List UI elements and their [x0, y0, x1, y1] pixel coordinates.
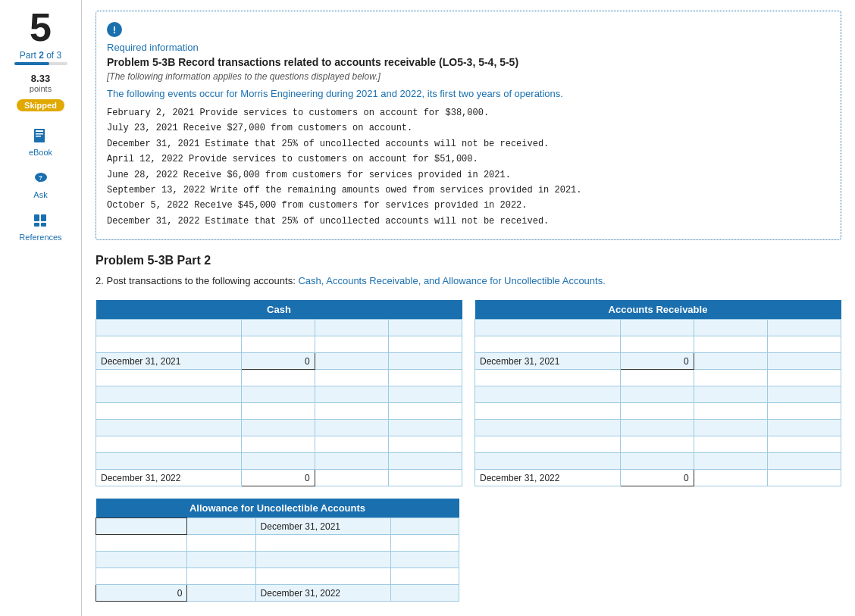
input-cell[interactable]: [694, 370, 767, 386]
input-cell[interactable]: [767, 386, 841, 403]
input-cell[interactable]: [767, 436, 841, 453]
input-cell[interactable]: [620, 320, 694, 336]
info-icon: !: [107, 22, 122, 37]
input-cell[interactable]: [620, 436, 694, 453]
input-cell[interactable]: [241, 370, 315, 386]
input-cell[interactable]: [390, 568, 459, 585]
input-cell[interactable]: [255, 568, 390, 585]
input-cell[interactable]: [96, 436, 242, 453]
input-cell[interactable]: [388, 336, 462, 353]
input-cell[interactable]: [96, 386, 242, 403]
input-cell[interactable]: [388, 436, 462, 453]
input-cell[interactable]: [315, 436, 388, 453]
input-cell[interactable]: [388, 403, 462, 420]
input-cell[interactable]: [241, 320, 315, 336]
input-cell[interactable]: [241, 336, 315, 353]
input-cell[interactable]: [767, 336, 841, 353]
balance-cell[interactable]: 0: [241, 353, 315, 370]
input-cell[interactable]: [241, 403, 315, 420]
input-cell[interactable]: [96, 552, 187, 568]
input-cell[interactable]: [620, 370, 694, 386]
input-cell[interactable]: [620, 403, 694, 420]
input-cell[interactable]: [315, 386, 388, 403]
input-cell[interactable]: [475, 386, 621, 403]
input-cell[interactable]: [767, 420, 841, 436]
balance-left-cell[interactable]: [96, 518, 187, 535]
input-cell[interactable]: [767, 320, 841, 336]
ask-button[interactable]: ? Ask: [30, 167, 52, 199]
empty-cell: [390, 518, 459, 535]
input-cell[interactable]: [475, 403, 621, 420]
input-cell[interactable]: [388, 453, 462, 470]
balance-left-cell[interactable]: 0: [96, 585, 187, 602]
input-cell[interactable]: [315, 420, 388, 436]
input-cell[interactable]: [694, 320, 767, 336]
balance-cell[interactable]: 0: [620, 470, 694, 486]
input-cell[interactable]: [694, 453, 767, 470]
ebook-icon: [30, 125, 51, 146]
table-row: [475, 320, 841, 336]
ebook-button[interactable]: eBook: [29, 125, 52, 157]
input-cell[interactable]: [390, 535, 459, 552]
input-cell[interactable]: [255, 552, 390, 568]
input-cell[interactable]: [315, 403, 388, 420]
input-cell[interactable]: [694, 336, 767, 353]
input-cell[interactable]: [96, 336, 242, 353]
input-cell[interactable]: [241, 420, 315, 436]
input-cell[interactable]: [620, 420, 694, 436]
input-cell[interactable]: [96, 568, 187, 585]
input-cell[interactable]: [255, 535, 390, 552]
input-cell[interactable]: [694, 403, 767, 420]
input-cell[interactable]: [620, 386, 694, 403]
input-cell[interactable]: [767, 453, 841, 470]
input-cell[interactable]: [475, 320, 621, 336]
input-cell[interactable]: [187, 552, 255, 568]
input-cell[interactable]: [315, 320, 388, 336]
input-cell[interactable]: [475, 370, 621, 386]
input-cell[interactable]: [475, 336, 621, 353]
input-cell[interactable]: [620, 336, 694, 353]
input-cell[interactable]: [388, 386, 462, 403]
input-cell[interactable]: [96, 403, 242, 420]
references-button[interactable]: References: [19, 210, 61, 242]
input-cell[interactable]: [767, 403, 841, 420]
input-cell[interactable]: [187, 568, 255, 585]
input-cell[interactable]: [475, 436, 621, 453]
input-cell[interactable]: [475, 420, 621, 436]
empty-cell: [694, 353, 767, 370]
input-cell[interactable]: [694, 436, 767, 453]
input-cell[interactable]: [388, 420, 462, 436]
events-list: February 2, 2021 Provide services to cus…: [107, 105, 827, 229]
input-cell[interactable]: [187, 535, 255, 552]
input-cell[interactable]: [620, 453, 694, 470]
table-row: [475, 403, 841, 420]
input-cell[interactable]: [694, 386, 767, 403]
required-label: Required information: [107, 42, 827, 53]
table-row: [96, 336, 462, 353]
input-cell[interactable]: [241, 386, 315, 403]
table-row: [96, 436, 462, 453]
input-cell[interactable]: [388, 320, 462, 336]
ask-label: Ask: [33, 190, 47, 199]
input-cell[interactable]: [96, 320, 242, 336]
input-cell[interactable]: [96, 535, 187, 552]
input-cell[interactable]: [96, 420, 242, 436]
balance-cell[interactable]: 0: [241, 470, 315, 486]
table-row: [475, 370, 841, 386]
table-row: 0December 31, 2022: [96, 585, 459, 602]
input-cell[interactable]: [694, 420, 767, 436]
input-cell[interactable]: [241, 453, 315, 470]
input-cell[interactable]: [241, 436, 315, 453]
svg-rect-3: [36, 136, 41, 137]
input-cell[interactable]: [315, 453, 388, 470]
input-cell[interactable]: [96, 370, 242, 386]
input-cell[interactable]: [388, 370, 462, 386]
input-cell[interactable]: [767, 370, 841, 386]
input-cell[interactable]: [390, 552, 459, 568]
input-cell[interactable]: [315, 370, 388, 386]
balance-cell[interactable]: 0: [620, 353, 694, 370]
table-row: December 31, 20220: [96, 470, 462, 486]
input-cell[interactable]: [96, 453, 242, 470]
input-cell[interactable]: [315, 336, 388, 353]
input-cell[interactable]: [475, 453, 621, 470]
